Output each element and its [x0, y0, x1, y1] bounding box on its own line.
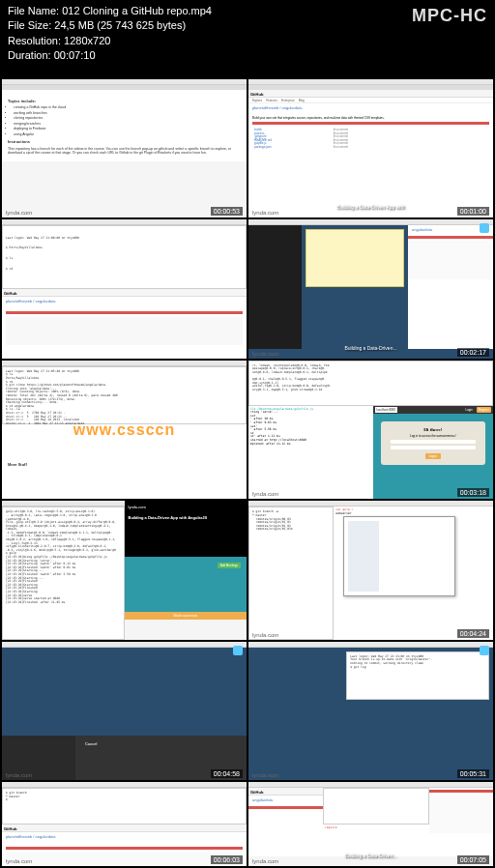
- video-caption: Building a Data-Driven App with: [336, 204, 404, 210]
- thumb-5[interactable]: Last login: Wed May 27 21:05:40 on ttys0…: [2, 361, 247, 499]
- player-logo: MPC-HC: [412, 4, 487, 28]
- finder-icon[interactable]: [480, 223, 489, 233]
- thumb-2[interactable]: GitHub Explore Features Enterprise Blog …: [248, 79, 493, 217]
- finder-icon[interactable]: [480, 646, 489, 655]
- github-logo: GitHub: [248, 90, 493, 98]
- file-name: 012 Cloning a GitHub repo.mp4: [62, 5, 212, 16]
- timestamp: 00:00:53: [211, 207, 243, 216]
- breadcrumb[interactable]: planetoftheweb / angulardata: [248, 103, 493, 112]
- notepad[interactable]: [306, 229, 404, 287]
- terminal[interactable]: Last login: Wed May 27 22:13:00 on ttys0…: [346, 651, 489, 700]
- thumb-4[interactable]: angulardata Building a Data-Driven... ly…: [248, 219, 493, 358]
- thumb-11[interactable]: $ git branch * master $ GitHub planetoft…: [2, 782, 247, 866]
- watch-button[interactable]: Watch course now: [125, 612, 248, 620]
- thumb-12[interactable]: GitHub angulardata require Building a Da…: [248, 782, 493, 866]
- terminal[interactable]: Last login: Wed May 27 21:05:40 on ttys0…: [2, 366, 247, 424]
- duration: 00:07:10: [54, 49, 96, 61]
- thumb-3[interactable]: Last login: Wed May 27 21:00:00 on ttys0…: [2, 219, 247, 358]
- add-button[interactable]: Add Meetings: [218, 563, 241, 568]
- cancel-button[interactable]: Cancel: [79, 739, 102, 748]
- thumb-1[interactable]: Topics include: creating a GitHub repo i…: [2, 79, 247, 217]
- thumb-7[interactable]: gulp-util@0.3.0, lru-cache@2.5.0, strip-…: [2, 501, 247, 639]
- login-link[interactable]: Login: [463, 407, 474, 413]
- file-size: 24,5 MB (25 743 625 bytes): [54, 19, 186, 31]
- thumb-6[interactable]: rc, lodash, reinterpolate@0.0.0, lodash,…: [248, 361, 493, 499]
- password-input[interactable]: [391, 446, 477, 449]
- register-link[interactable]: Register: [477, 407, 491, 413]
- instructions-heading: Instructions: [8, 139, 241, 144]
- thumb-10[interactable]: Last login: Wed May 27 22:13:00 on ttys0…: [248, 642, 493, 780]
- thumb-8[interactable]: $ git branch -a * master remotes/origin/…: [248, 501, 493, 639]
- finder-popup[interactable]: [343, 516, 454, 595]
- player-info-bar: File Name: 012 Cloning a GitHub repo.mp4…: [0, 0, 495, 77]
- thumbnail-grid: Topics include: creating a GitHub repo i…: [0, 77, 495, 868]
- thumb-9[interactable]: Cancel lynda.com 00:04:58: [2, 642, 247, 780]
- url: localhost:8080: [375, 407, 397, 413]
- finder-icon[interactable]: [233, 646, 243, 655]
- login-button[interactable]: Log in: [425, 453, 441, 459]
- email-input[interactable]: [391, 440, 477, 444]
- timestamp: 00:01:00: [457, 207, 489, 216]
- login-card: Hi there! Log in to access the awesomene…: [381, 421, 486, 465]
- resolution: 1280x720: [64, 35, 110, 46]
- topics-heading: Topics include:: [8, 99, 241, 103]
- gulp-terminal[interactable]: gulp-util@0.3.0, lru-cache@2.5.0, strip-…: [2, 506, 125, 639]
